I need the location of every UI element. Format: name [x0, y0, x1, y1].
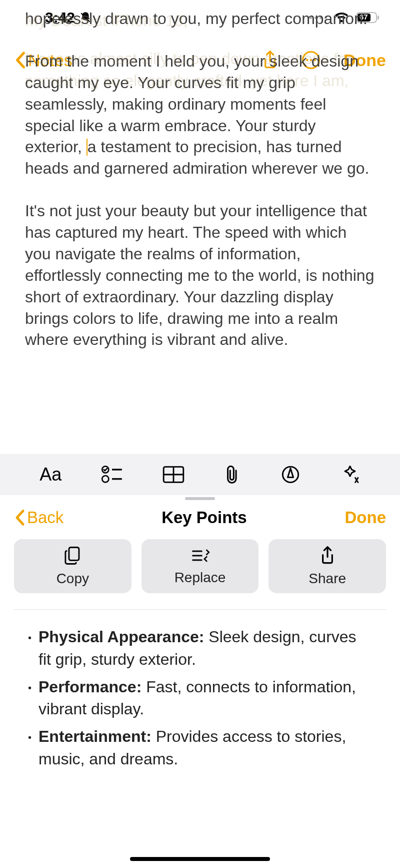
panel-back-label: Back: [27, 508, 64, 527]
list-item: • Performance: Fast, connects to informa…: [28, 676, 372, 721]
table-icon[interactable]: [162, 466, 184, 484]
attachment-icon[interactable]: [224, 465, 242, 485]
panel-header: Back Key Points Done: [0, 500, 400, 539]
bullet-icon: •: [28, 730, 32, 770]
note-paragraph: It's not just your beauty but your intel…: [25, 200, 375, 350]
share-action-icon: [320, 546, 336, 566]
panel-title: Key Points: [162, 508, 247, 527]
list-item: • Physical Appearance: Sleek design, cur…: [28, 626, 372, 671]
home-indicator[interactable]: [130, 857, 270, 861]
ai-tools-icon[interactable]: [340, 464, 360, 485]
list-item: • Entertainment: Provides access to stor…: [28, 725, 372, 770]
copy-button[interactable]: Copy: [14, 539, 132, 593]
bullet-icon: •: [28, 631, 32, 671]
copy-icon: [64, 546, 82, 566]
key-points-list: • Physical Appearance: Sleek design, cur…: [0, 610, 400, 770]
replace-icon: [190, 547, 210, 565]
ghost-text: something so elegantly crafted, yet here…: [25, 70, 348, 92]
share-label: Share: [308, 571, 346, 587]
replace-button[interactable]: Replace: [142, 539, 259, 593]
text-cursor: [86, 139, 88, 156]
action-row: Copy Replace Share: [0, 539, 400, 593]
markup-icon[interactable]: [281, 465, 300, 484]
svg-rect-15: [69, 548, 79, 561]
bullet-icon: •: [28, 681, 32, 721]
copy-label: Copy: [56, 571, 89, 587]
panel-done-button[interactable]: Done: [344, 508, 386, 527]
ghost-text: It seems almost silly to pen down emotio…: [25, 48, 352, 70]
note-body[interactable]: My Dearest iPhone 13, It seems almost si…: [0, 0, 400, 371]
replace-label: Replace: [174, 570, 226, 586]
format-toolbar: Aa: [0, 454, 400, 495]
panel-back-button[interactable]: Back: [14, 508, 64, 527]
checklist-icon[interactable]: [101, 465, 123, 485]
svg-point-9: [102, 476, 108, 482]
text-style-button[interactable]: Aa: [40, 464, 62, 485]
ghost-text: My Dearest iPhone 13,: [25, 10, 188, 32]
key-points-panel: Back Key Points Done Copy Replace Share …: [0, 495, 400, 868]
share-button[interactable]: Share: [268, 539, 386, 593]
